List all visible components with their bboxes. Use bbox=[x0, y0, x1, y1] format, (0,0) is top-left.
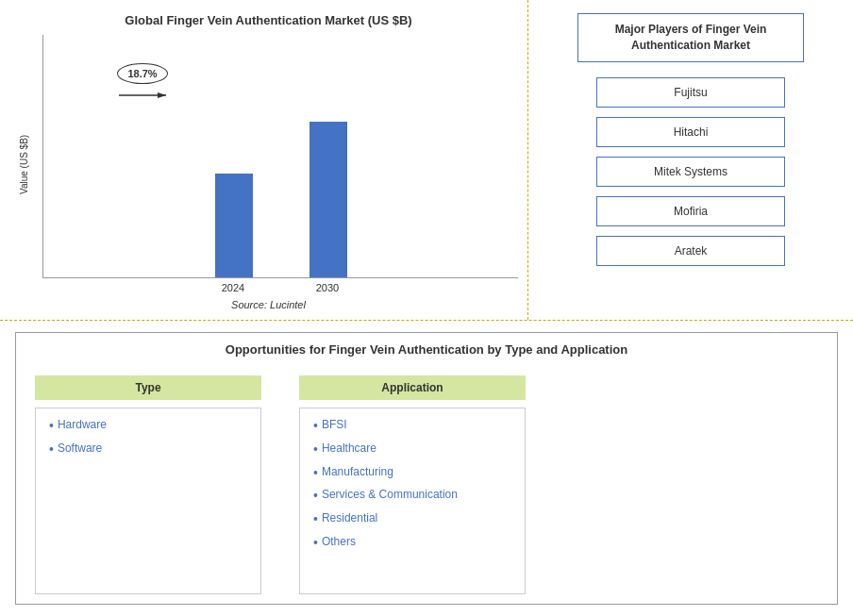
bar-group-2030 bbox=[309, 122, 347, 277]
x-label-2024: 2024 bbox=[214, 282, 252, 293]
type-header: Type bbox=[35, 375, 261, 400]
bars-area: 18.7% bbox=[42, 35, 518, 278]
x-labels: 2024 2030 bbox=[42, 278, 518, 293]
app-services: Services & Communication bbox=[313, 488, 511, 504]
app-bfsi: BFSI bbox=[313, 418, 511, 434]
application-column: Application BFSI Healthcare Manufacturin… bbox=[299, 375, 526, 594]
opportunities-box: Opportunities for Finger Vein Authentica… bbox=[15, 332, 838, 605]
players-area: Major Players of Finger Vein Authenticat… bbox=[528, 0, 853, 320]
app-manufacturing: Manufacturing bbox=[313, 465, 511, 481]
chart-inner: 18.7% bbox=[33, 35, 518, 293]
cagr-arrow bbox=[114, 86, 171, 108]
player-aratek: Aratek bbox=[596, 236, 785, 266]
cagr-bubble: 18.7% bbox=[117, 63, 167, 84]
type-hardware: Hardware bbox=[49, 418, 247, 434]
chart-area: Global Finger Vein Authentication Market… bbox=[0, 0, 528, 320]
player-fujitsu: Fujitsu bbox=[596, 77, 785, 108]
player-mofiria: Mofiria bbox=[596, 196, 785, 226]
bottom-section: Opportunities for Finger Vein Authentica… bbox=[0, 321, 853, 616]
x-label-2030: 2030 bbox=[309, 282, 346, 293]
top-section: Global Finger Vein Authentication Market… bbox=[0, 0, 853, 321]
bar-2024 bbox=[215, 174, 253, 277]
app-others: Others bbox=[313, 535, 511, 551]
application-header: Application bbox=[299, 375, 526, 400]
application-items: BFSI Healthcare Manufacturing Services &… bbox=[299, 408, 526, 594]
source-text: Source: Lucintel bbox=[19, 299, 518, 310]
app-healthcare: Healthcare bbox=[313, 441, 511, 458]
player-mitek: Mitek Systems bbox=[596, 157, 785, 187]
chart-wrapper: Value (US $B) 18.7% bbox=[19, 35, 518, 293]
cagr-annotation: 18.7% bbox=[114, 63, 171, 108]
type-software: Software bbox=[49, 441, 247, 458]
player-hitachi: Hitachi bbox=[596, 117, 785, 147]
players-title: Major Players of Finger Vein Authenticat… bbox=[577, 13, 804, 62]
chart-title: Global Finger Vein Authentication Market… bbox=[19, 13, 518, 27]
type-items: Hardware Software bbox=[35, 408, 261, 594]
bar-2030 bbox=[309, 122, 347, 277]
opportunities-content: Type Hardware Software Application BFSI … bbox=[16, 366, 837, 604]
opportunities-title: Opportunities for Finger Vein Authentica… bbox=[16, 333, 837, 366]
main-container: Global Finger Vein Authentication Market… bbox=[0, 0, 853, 616]
type-column: Type Hardware Software bbox=[35, 375, 261, 594]
bar-group-2024 bbox=[215, 174, 253, 277]
app-residential: Residential bbox=[313, 511, 511, 527]
y-axis-label: Value (US $B) bbox=[19, 35, 29, 293]
